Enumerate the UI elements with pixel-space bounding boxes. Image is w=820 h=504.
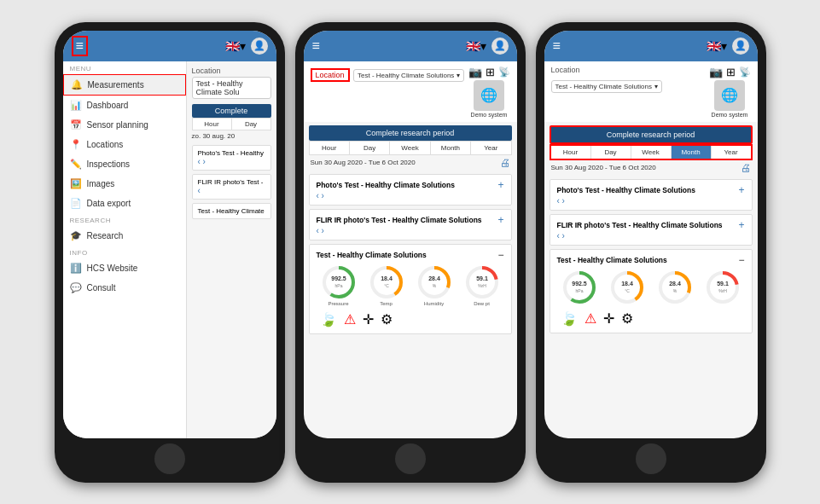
sidebar-item-data-export[interactable]: 📄 Data export — [63, 194, 186, 213]
hcs-card-nav-2: Test - Healthy Climate Solutions − — [317, 249, 504, 261]
photo-arrows-3[interactable]: ‹ › — [557, 196, 745, 206]
location-right-3: 📷 ⊞ 📡 🌐 Demo system — [709, 66, 751, 118]
nav-arrows-sm[interactable]: ‹ › — [198, 157, 265, 166]
hamburger-menu-icon[interactable]: ≡ — [72, 36, 88, 56]
phone-2-full: Location Test - Healthy Climate Solution… — [304, 61, 517, 438]
gauge-svg-pressure-2: 992.5 hPa — [321, 264, 357, 300]
camera-icon-3: 📷 — [709, 66, 723, 78]
sidebar-item-measurements[interactable]: 🔔 Measurements — [63, 74, 186, 96]
svg-text:hPa: hPa — [575, 288, 583, 293]
sidebar-item-hcs[interactable]: ℹ️ HCS Website — [63, 258, 186, 278]
gauges-row-3: 992.5 hPa 18.4 °C — [557, 266, 745, 309]
svg-text:18.4: 18.4 — [381, 275, 393, 281]
chat-icon: 💬 — [70, 282, 82, 293]
tab-month-2[interactable]: Month — [431, 142, 471, 154]
svg-text:%rH: %rH — [478, 283, 486, 288]
date-sm: zo. 30 aug. 20 — [192, 130, 271, 142]
images-label: Images — [87, 179, 115, 188]
flir-plus-3[interactable]: + — [738, 219, 744, 231]
flir-nav-sm[interactable]: ‹ — [198, 186, 265, 195]
svg-text:28.4: 28.4 — [669, 281, 681, 287]
flag-icon[interactable]: 🇬🇧▾ — [225, 39, 246, 53]
tab-day-2[interactable]: Day — [350, 142, 390, 154]
photo-card-sm: Photo's Test - Healthy ‹ › — [192, 145, 271, 171]
sidebar-item-consult[interactable]: 💬 Consult — [63, 278, 186, 298]
chevron-icon-3: ▾ — [654, 83, 658, 90]
image-icon: 🖼️ — [70, 178, 82, 189]
flir-arrows-3[interactable]: ‹ › — [557, 231, 745, 240]
svg-text:hPa: hPa — [334, 283, 342, 288]
sidebar-item-research[interactable]: 🎓 Research — [63, 226, 186, 246]
consult-label: Consult — [87, 283, 116, 293]
hcs-minus-3[interactable]: − — [738, 254, 744, 266]
settings-icon-3[interactable]: ⚙ — [621, 310, 633, 327]
flir-plus-2[interactable]: + — [497, 214, 503, 226]
tab-year-2[interactable]: Year — [471, 142, 510, 154]
sidebar-item-inspections[interactable]: ✏️ Inspections — [63, 154, 186, 174]
photo-plus-3[interactable]: + — [738, 184, 744, 196]
flir-card-3: FLIR IR photo's Test - Healthy Climate S… — [550, 214, 753, 246]
sidebar-item-dashboard[interactable]: 📊 Dashboard — [63, 96, 186, 115]
user-avatar-2[interactable]: 👤 — [491, 38, 509, 55]
wifi-icon-3: 📡 — [739, 67, 751, 78]
complete-bar-sm: Complete — [192, 104, 271, 118]
move-icon-2: ✛ — [363, 311, 374, 327]
bottom-icons-3: 🍃 ⚠ ✛ ⚙ — [557, 309, 745, 328]
location-right-2: 📷 ⊞ 📡 🌐 Demo system — [468, 66, 510, 118]
location-dropdown-2[interactable]: Test - Healthy Climate Solutions ▾ — [353, 69, 464, 82]
home-button-2[interactable] — [395, 443, 426, 474]
hcs-card-nav-3: Test - Healthy Climate Solutions − — [557, 254, 745, 266]
sidebar-item-sensor-planning[interactable]: 📅 Sensor planning — [63, 115, 186, 135]
gauge-svg-dew-3: 59.1 %rH — [705, 269, 741, 305]
file-icon: 📄 — [70, 198, 82, 209]
date-row-2: Sun 30 Aug 2020 - Tue 6 Oct 2020 🖨 — [304, 155, 517, 171]
location-left-3: Location Test - Healthy Climate Solution… — [551, 66, 709, 93]
tab-day-3[interactable]: Day — [591, 146, 631, 159]
hamburger-menu-icon-2[interactable]: ≡ — [312, 38, 320, 54]
tab-hour-3[interactable]: Hour — [551, 146, 591, 159]
photo-card-nav-2: Photo's Test - Healthy Climate Solutions… — [317, 179, 504, 191]
phone-2-screen: ≡ 🇬🇧▾ 👤 Location Test - Healthy Climate … — [304, 31, 517, 438]
tab-hour-2[interactable]: Hour — [310, 142, 350, 154]
flag-icon-2[interactable]: 🇬🇧▾ — [466, 39, 486, 53]
user-avatar[interactable]: 👤 — [251, 38, 268, 55]
photo-title-2: Photo's Test - Healthy Climate Solutions — [317, 181, 455, 189]
location-title-3: Location — [551, 66, 709, 74]
info-section-label: INFO — [63, 246, 186, 258]
hcs-minus-2[interactable]: − — [497, 249, 503, 261]
photo-arrows-2[interactable]: ‹ › — [317, 191, 504, 200]
phone-1-content: MENU 🔔 Measurements 📊 Dashboard 📅 Sensor… — [63, 61, 276, 438]
locations-label: Locations — [87, 140, 124, 149]
hcs-title-3: Test - Healthy Climate Solutions — [557, 256, 667, 264]
flir-title-2: FLIR IR photo's Test - Healthy Climate S… — [317, 216, 482, 224]
home-button-3[interactable] — [636, 443, 666, 474]
tab-day-sm[interactable]: Day — [232, 119, 270, 130]
camera-icon-2: 📷 — [468, 66, 482, 78]
tab-week-2[interactable]: Week — [390, 142, 430, 154]
demo-label-2: Demo system — [471, 112, 508, 118]
gauge-dew-label-2: Dew pt — [474, 301, 490, 306]
sidebar-item-images[interactable]: 🖼️ Images — [63, 174, 186, 194]
print-icon-3[interactable]: 🖨 — [741, 162, 751, 174]
sidebar-item-locations[interactable]: 📍 Locations — [63, 135, 186, 154]
tab-week-3[interactable]: Week — [631, 146, 672, 159]
settings-icon-2[interactable]: ⚙ — [381, 311, 393, 327]
photo-plus-2[interactable]: + — [497, 179, 503, 191]
home-button-1[interactable] — [154, 443, 185, 474]
hamburger-menu-icon-3[interactable]: ≡ — [553, 38, 561, 54]
tab-month-3[interactable]: Month — [672, 146, 712, 159]
photo-card-nav-3: Photo's Test - Healthy Climate Solutions… — [557, 184, 745, 196]
date-range-2: Sun 30 Aug 2020 - Tue 6 Oct 2020 — [311, 159, 416, 166]
tabs-row-2: Hour Day Week Month Year — [309, 141, 512, 155]
gauge-svg-temp-2: 18.4 °C — [369, 264, 404, 300]
tab-year-3[interactable]: Year — [712, 146, 751, 159]
user-avatar-3[interactable]: 👤 — [732, 38, 749, 55]
location-dropdown-3[interactable]: Test - Healthy Climate Solutions ▾ — [551, 80, 662, 93]
svg-text:59.1: 59.1 — [476, 275, 488, 281]
flag-icon-3[interactable]: 🇬🇧▾ — [707, 39, 727, 53]
print-icon-2[interactable]: 🖨 — [500, 157, 510, 169]
tab-hour-sm[interactable]: Hour — [193, 119, 232, 130]
content-area-3: Photo's Test - Healthy Climate Solutions… — [544, 176, 758, 438]
phone-1-header: ≡ 🇬🇧▾ 👤 — [63, 31, 276, 61]
flir-arrows-2[interactable]: ‹ › — [317, 226, 504, 235]
